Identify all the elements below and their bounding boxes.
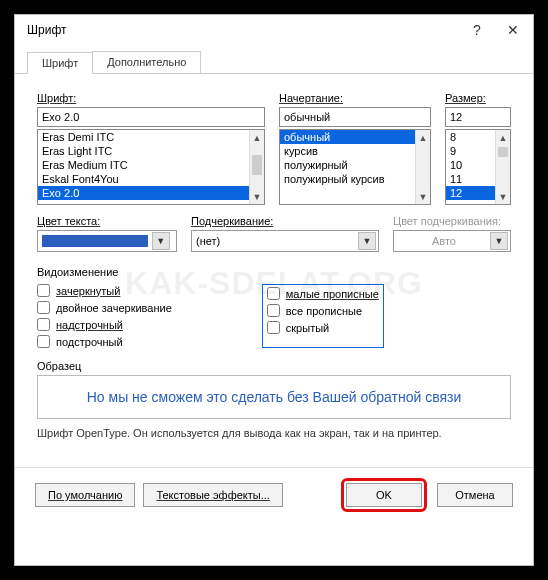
list-item[interactable]: 8 [446, 130, 495, 144]
list-item[interactable]: Exo 2.0 [38, 186, 249, 200]
list-item[interactable]: 11 [446, 172, 495, 186]
preview-text: Но мы не сможем это сделать без Вашей об… [87, 389, 462, 405]
tab-advanced[interactable]: Дополнительно [92, 51, 201, 73]
list-item[interactable]: курсив [280, 144, 415, 158]
label-size: Размер: [445, 92, 511, 104]
list-item[interactable]: обычный [280, 130, 415, 144]
size-listbox[interactable]: 8 9 10 11 12 ▲ ▼ [445, 129, 511, 205]
style-input[interactable] [279, 107, 431, 127]
text-color-combo[interactable]: ▼ [37, 230, 177, 252]
list-item[interactable]: Eskal Font4You [38, 172, 249, 186]
default-button[interactable]: По умолчанию [35, 483, 135, 507]
size-input[interactable] [445, 107, 511, 127]
list-item[interactable]: Eras Medium ITC [38, 158, 249, 172]
check-double-strikethrough[interactable]: двойное зачеркивание [37, 301, 172, 314]
scroll-up-icon[interactable]: ▲ [496, 130, 510, 145]
chevron-down-icon[interactable]: ▼ [358, 232, 376, 250]
help-icon[interactable]: ? [465, 18, 489, 42]
check-superscript[interactable]: надстрочный [37, 318, 172, 331]
scroll-thumb[interactable] [498, 147, 508, 157]
chevron-down-icon: ▼ [490, 232, 508, 250]
check-hidden[interactable]: скрытый [267, 321, 379, 334]
label-underline: Подчеркивание: [191, 215, 379, 227]
list-item[interactable]: полужирный [280, 158, 415, 172]
font-dialog: KAK-SDELAT.ORG Шрифт ? ✕ Шрифт Дополните… [14, 14, 534, 566]
scrollbar[interactable]: ▲ ▼ [249, 130, 264, 204]
preview-box: Но мы не сможем это сделать без Вашей об… [37, 375, 511, 419]
underline-color-value: Авто [398, 235, 490, 247]
check-all-caps[interactable]: все прописные [267, 304, 379, 317]
font-input[interactable] [37, 107, 265, 127]
scroll-down-icon[interactable]: ▼ [416, 189, 430, 204]
chevron-down-icon[interactable]: ▼ [152, 232, 170, 250]
list-item[interactable]: 10 [446, 158, 495, 172]
label-style: Начертание: [279, 92, 431, 104]
dialog-footer: По умолчанию Текстовые эффекты... OK Отм… [15, 467, 533, 522]
style-listbox[interactable]: обычный курсив полужирный полужирный кур… [279, 129, 431, 205]
label-preview: Образец [37, 360, 511, 372]
titlebar: Шрифт ? ✕ [15, 15, 533, 45]
underline-color-combo: Авто ▼ [393, 230, 511, 252]
check-small-caps[interactable]: малые прописные [267, 287, 379, 300]
tab-strip: Шрифт Дополнительно [15, 45, 533, 74]
color-swatch [42, 235, 148, 247]
ok-button[interactable]: OK [346, 483, 422, 507]
text-effects-button[interactable]: Текстовые эффекты... [143, 483, 283, 507]
font-listbox[interactable]: Eras Demi ITC Eras Light ITC Eras Medium… [37, 129, 265, 205]
list-item[interactable]: 9 [446, 144, 495, 158]
check-strikethrough[interactable]: зачеркнутый [37, 284, 172, 297]
label-underline-color: Цвет подчеркивания: [393, 215, 511, 227]
underline-value: (нет) [196, 235, 358, 247]
list-item[interactable]: Eras Demi ITC [38, 130, 249, 144]
check-subscript[interactable]: подстрочный [37, 335, 172, 348]
list-item[interactable]: Eras Light ITC [38, 144, 249, 158]
tab-font[interactable]: Шрифт [27, 52, 93, 74]
window-title: Шрифт [27, 23, 453, 37]
scroll-up-icon[interactable]: ▲ [250, 130, 264, 145]
label-font: Шрифт: [37, 92, 265, 104]
font-description: Шрифт OpenType. Он используется для выво… [37, 427, 511, 439]
scroll-down-icon[interactable]: ▼ [250, 189, 264, 204]
ok-highlight: OK [341, 478, 427, 512]
scrollbar[interactable]: ▲ ▼ [415, 130, 430, 204]
label-text-color: Цвет текста: [37, 215, 177, 227]
underline-combo[interactable]: (нет) ▼ [191, 230, 379, 252]
dialog-body: Шрифт: Eras Demi ITC Eras Light ITC Eras… [15, 74, 533, 449]
scroll-down-icon[interactable]: ▼ [496, 189, 510, 204]
close-icon[interactable]: ✕ [501, 18, 525, 42]
scroll-thumb[interactable] [252, 155, 262, 175]
label-effects: Видоизменение [37, 266, 511, 278]
cancel-button[interactable]: Отмена [437, 483, 513, 507]
list-item[interactable]: 12 [446, 186, 495, 200]
scrollbar[interactable]: ▲ ▼ [495, 130, 510, 204]
scroll-up-icon[interactable]: ▲ [416, 130, 430, 145]
list-item[interactable]: полужирный курсив [280, 172, 415, 186]
